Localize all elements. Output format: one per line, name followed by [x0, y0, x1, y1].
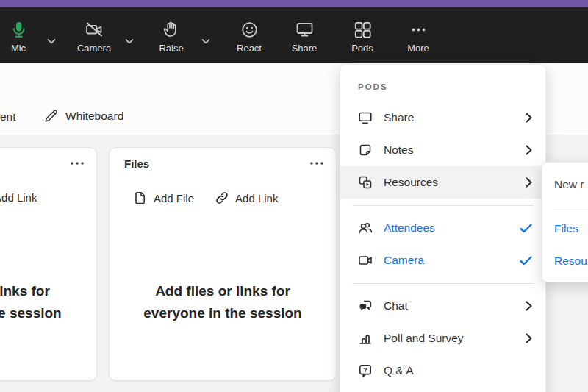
react-button[interactable]: React [227, 19, 271, 54]
chevron-right-icon [526, 333, 532, 343]
camera-label: Camera [77, 43, 111, 54]
mic-button[interactable]: Mic [0, 19, 40, 54]
svg-text:?: ? [363, 366, 368, 374]
pod-card-left: Add File Add Link Add files or links for… [0, 147, 97, 381]
pods-menu-item-attendees[interactable]: Attendees [340, 212, 545, 244]
submenu-item-new-resource[interactable]: New r [542, 168, 588, 201]
pods-menu-item-resources[interactable]: Resources [340, 166, 545, 199]
chevron-right-icon [526, 145, 532, 155]
react-label: React [237, 43, 262, 54]
menu-divider [340, 277, 545, 290]
mic-options-chevron-icon[interactable] [46, 35, 57, 47]
meeting-toolbar: Mic Camera Raise [0, 7, 588, 63]
pods-menu-item-notes[interactable]: Notes [340, 134, 545, 166]
check-icon [520, 256, 532, 266]
files-card-options-ellipsis-icon[interactable] [309, 157, 324, 169]
resources-pod-icon [358, 175, 373, 190]
pods-menu-item-qa[interactable]: ? Q & A [340, 354, 545, 387]
pods-menu-item-poll-and-survey[interactable]: Poll and Survey [340, 322, 545, 354]
menu-item-label: Notes [384, 143, 526, 157]
empty-state-text: Add files or links for everyone in the s… [110, 280, 336, 324]
chevron-right-icon [526, 177, 532, 188]
menu-item-label: Poll and Survey [384, 332, 526, 345]
menu-item-label: Camera [384, 254, 520, 267]
more-label: More [407, 43, 429, 54]
tab-document-partial[interactable]: ent [0, 110, 16, 124]
more-dots-icon [409, 19, 429, 40]
pencil-icon [43, 108, 59, 124]
camera-off-icon [85, 19, 104, 40]
camera-button[interactable]: Camera [72, 19, 116, 54]
add-link-button[interactable]: Add Link [215, 190, 278, 205]
notes-pod-icon [358, 143, 373, 157]
attendees-icon [358, 221, 373, 235]
pod-card-files: Files Add File Add Link Add [109, 147, 337, 381]
menu-item-label: Attendees [384, 221, 520, 235]
empty-state-text: Add files or links for everyone in the s… [0, 280, 96, 324]
share-pod-icon [358, 110, 373, 125]
chat-icon [358, 299, 373, 313]
pods-button[interactable]: Pods [340, 19, 384, 54]
card-options-ellipsis-icon[interactable] [70, 157, 85, 169]
file-icon [133, 190, 148, 205]
pods-label: Pods [351, 43, 373, 54]
mic-label: Mic [11, 43, 26, 54]
menu-item-label: Chat [384, 299, 526, 313]
share-label: Share [292, 43, 318, 54]
menu-item-label: Resources [384, 176, 526, 189]
pods-dropdown-menu: PODS Share Notes [340, 64, 546, 392]
more-button[interactable]: More [396, 19, 440, 54]
raise-hand-button[interactable]: Raise [149, 19, 193, 54]
pods-menu-item-share[interactable]: Share [340, 101, 545, 134]
share-screen-icon [295, 19, 315, 40]
pods-menu-header: PODS [358, 82, 528, 92]
menu-item-label: Q & A [384, 364, 532, 377]
add-file-label: Add File [154, 192, 194, 204]
qa-bubble-icon: ? [358, 363, 373, 378]
submenu-item-resources[interactable]: Resou [542, 245, 588, 277]
submenu-item-files[interactable]: Files [542, 213, 588, 245]
window-accent-bar [0, 0, 588, 7]
tab-whiteboard[interactable]: Whiteboard [43, 108, 123, 124]
pods-grid-icon [353, 19, 373, 40]
check-icon [520, 224, 532, 233]
raise-options-chevron-icon[interactable] [200, 35, 212, 47]
camera-options-chevron-icon[interactable] [123, 35, 135, 47]
files-card-title: Files [124, 157, 149, 170]
mic-icon [9, 19, 29, 40]
resources-submenu: New r Files Resou [542, 162, 588, 282]
add-link-label: Add Link [235, 192, 278, 204]
add-file-button[interactable]: Add File [133, 190, 194, 205]
menu-divider [340, 199, 545, 212]
share-button[interactable]: Share [282, 19, 326, 54]
chevron-right-icon [526, 113, 532, 123]
whiteboard-tab-label: Whiteboard [65, 110, 123, 123]
pods-menu-item-chat[interactable]: Chat [340, 290, 545, 322]
poll-chart-icon [358, 331, 373, 346]
camera-pod-icon [358, 253, 373, 268]
chevron-right-icon [526, 301, 532, 311]
menu-divider [542, 201, 588, 213]
link-icon [215, 190, 229, 205]
react-smiley-icon [240, 19, 259, 40]
add-link-label: Add Link [0, 191, 37, 204]
add-link-button[interactable]: Add Link [0, 190, 37, 204]
menu-item-label: Share [384, 111, 526, 124]
raise-hand-icon [162, 19, 182, 40]
raise-label: Raise [159, 43, 183, 54]
pods-menu-item-camera[interactable]: Camera [340, 244, 545, 277]
